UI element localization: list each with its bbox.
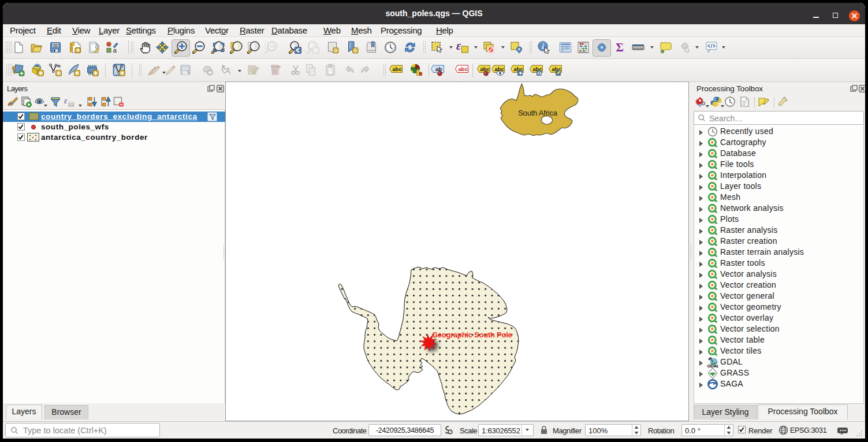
- svg-text:abc: abc: [480, 66, 489, 72]
- svg-text:Σ: Σ: [616, 40, 624, 54]
- svg-text:1:1: 1:1: [269, 44, 275, 48]
- svg-text:a: a: [113, 47, 117, 54]
- svg-text:South Africa: South Africa: [518, 109, 558, 117]
- svg-text:ε: ε: [64, 96, 68, 105]
- svg-text:ab: ab: [435, 66, 442, 72]
- svg-text:abc: abc: [392, 66, 401, 72]
- svg-text:abc: abc: [458, 66, 467, 72]
- svg-text:i: i: [542, 42, 544, 51]
- svg-text:Geographic South Pole: Geographic South Pole: [432, 330, 512, 339]
- svg-text:ε: ε: [456, 40, 461, 52]
